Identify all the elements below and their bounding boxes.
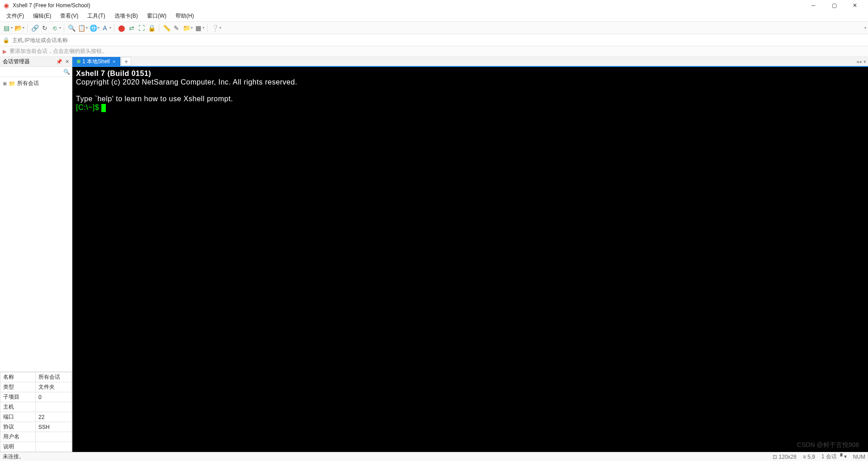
minimize-button[interactable]: ─ — [803, 0, 824, 11]
prop-row: 协议SSH — [0, 422, 72, 432]
terminal-line: Xshell 7 (Build 0151) — [76, 70, 151, 77]
window-title: Xshell 7 (Free for Home/School) — [13, 2, 90, 9]
prop-val: 22 — [36, 412, 72, 422]
workspace: 会话管理器 📌 ✕ 🔍 ▣ 📁 所有会话 名称所有会话 类型文件夹 子项目0 主… — [0, 57, 868, 452]
tab-local-shell[interactable]: 1 本地Shell × — [72, 57, 120, 66]
sidebar-search[interactable]: 🔍 — [0, 67, 72, 77]
session-tree[interactable]: ▣ 📁 所有会话 — [0, 77, 72, 372]
prop-row: 端口22 — [0, 412, 72, 422]
dropdown-icon[interactable]: ▾ — [219, 26, 221, 30]
search-icon[interactable]: 🔍 — [67, 24, 76, 33]
toolbar: ▤▾ 📂▾ 🔗 ↻ ⎋▾ 🔍 📋▾ 🌐▾ A▾ ⬤ ⇄ ⛶ 🔒 📏 ✎ 📁▾ ▦… — [0, 22, 868, 34]
prop-val: 文件夹 — [36, 382, 72, 392]
close-panel-icon[interactable]: ✕ — [65, 59, 69, 65]
reconnect-icon[interactable]: ↻ — [40, 24, 49, 33]
menu-edit[interactable]: 编辑(E) — [29, 11, 55, 21]
separator — [114, 24, 114, 32]
fullscreen-icon[interactable]: ⛶ — [137, 24, 146, 33]
prop-val — [36, 442, 72, 452]
prop-key: 说明 — [0, 442, 36, 452]
menu-help[interactable]: 帮助(H) — [172, 11, 198, 21]
tree-root-label: 所有会话 — [17, 80, 39, 87]
disconnect-icon[interactable]: ⎋ — [50, 24, 59, 33]
session-manager-panel: 会话管理器 📌 ✕ 🔍 ▣ 📁 所有会话 名称所有会话 类型文件夹 子项目0 主… — [0, 57, 72, 452]
tree-root-item[interactable]: ▣ 📁 所有会话 — [3, 79, 69, 88]
lock-icon: 🔒 — [3, 37, 9, 43]
folder-icon: 📁 — [9, 80, 15, 87]
prop-key: 类型 — [0, 382, 36, 392]
menu-tab[interactable]: 选项卡(B) — [111, 11, 142, 21]
globe-icon[interactable]: 🌐 — [89, 24, 98, 33]
menu-file[interactable]: 文件(F) — [3, 11, 28, 21]
prop-key: 子项目 — [0, 392, 36, 402]
maximize-button[interactable]: ▢ — [824, 0, 844, 11]
terminal-line: Copyright (c) 2020 NetSarang Computer, I… — [76, 78, 297, 86]
prop-key: 用户名 — [0, 432, 36, 442]
menu-tools[interactable]: 工具(T) — [84, 11, 109, 21]
link-icon[interactable]: 🔗 — [30, 24, 39, 33]
address-input[interactable] — [12, 37, 865, 43]
swap-icon[interactable]: ⇄ — [127, 24, 136, 33]
tab-next-icon[interactable]: ▸ — [860, 59, 863, 65]
sidebar-header: 会话管理器 📌 ✕ — [0, 57, 72, 67]
tab-close-icon[interactable]: × — [113, 59, 115, 64]
prop-key: 名称 — [0, 372, 36, 382]
dropdown-icon[interactable]: ▾ — [23, 26, 24, 30]
new-session-icon[interactable]: ▤ — [2, 24, 11, 33]
prop-row: 用户名 — [0, 432, 72, 442]
folder-icon[interactable]: 📁 — [182, 24, 191, 33]
prop-val: 所有会话 — [36, 372, 72, 382]
prop-val: SSH — [36, 422, 72, 432]
separator — [64, 24, 64, 32]
toolbar-overflow-icon[interactable]: ▾ — [864, 26, 866, 30]
dropdown-icon[interactable]: ▾ — [109, 26, 111, 30]
terminal-line: Type `help' to learn how to use Xshell p… — [76, 95, 233, 103]
hint-bar: ▶ 要添加当前会话，点击左侧的箭头按钮。 — [0, 46, 868, 57]
lock-icon[interactable]: 🔒 — [147, 24, 156, 33]
help-icon[interactable]: ❔ — [210, 24, 219, 33]
dropdown-icon[interactable]: ▾ — [203, 26, 204, 30]
dropdown-icon[interactable]: ▾ — [59, 26, 61, 30]
open-session-icon[interactable]: 📂 — [14, 24, 23, 33]
status-caps: NUM — [853, 454, 865, 460]
prop-row: 子项目0 — [0, 392, 72, 402]
prop-key: 端口 — [0, 412, 36, 422]
copy-icon[interactable]: 📋 — [77, 24, 86, 33]
app-icon: ◉ — [3, 2, 10, 9]
dropdown-icon[interactable]: ▾ — [86, 26, 88, 30]
tab-label: 1 本地Shell — [82, 58, 110, 66]
separator — [27, 24, 28, 32]
close-button[interactable]: ✕ — [844, 0, 865, 11]
address-bar[interactable]: 🔒 — [0, 34, 868, 46]
expand-icon[interactable]: ▣ — [3, 81, 7, 86]
record-icon[interactable]: ⬤ — [117, 24, 126, 33]
menu-view[interactable]: 查看(V) — [57, 11, 82, 21]
dropdown-icon[interactable]: ▾ — [11, 26, 13, 30]
prop-row: 类型文件夹 — [0, 382, 72, 392]
ruler-icon[interactable]: 📏 — [162, 24, 171, 33]
terminal[interactable]: Xshell 7 (Build 0151) Copyright (c) 2020… — [72, 67, 868, 452]
layout-icon[interactable]: ▦ — [194, 24, 203, 33]
status-session-count: 1 会话 ▝ ▾ — [821, 453, 847, 461]
pin-icon[interactable]: 📌 — [56, 59, 62, 65]
dropdown-icon[interactable]: ▾ — [98, 26, 100, 30]
tab-prev-icon[interactable]: ◂ — [856, 59, 859, 65]
font-icon[interactable]: A — [100, 24, 109, 33]
flag-icon: ▶ — [3, 48, 7, 55]
sidebar-title: 会话管理器 — [3, 58, 30, 66]
status-term-size: ⊡ 120x28 — [773, 454, 797, 460]
highlight-icon[interactable]: ✎ — [172, 24, 181, 33]
new-tab-button[interactable]: + — [121, 57, 131, 66]
terminal-prompt: [C:\~]$ — [76, 103, 101, 111]
tab-list-icon[interactable]: ▾ — [863, 59, 866, 65]
menubar: 文件(F) 编辑(E) 查看(V) 工具(T) 选项卡(B) 窗口(W) 帮助(… — [0, 11, 868, 22]
content-area: 1 本地Shell × + ◂ ▸ ▾ Xshell 7 (Build 0151… — [72, 57, 868, 452]
tab-strip: 1 本地Shell × + ◂ ▸ ▾ — [72, 57, 868, 67]
dropdown-icon[interactable]: ▾ — [191, 26, 193, 30]
prop-row: 说明 — [0, 442, 72, 452]
menu-window[interactable]: 窗口(W) — [143, 11, 170, 21]
prop-key: 协议 — [0, 422, 36, 432]
hint-text: 要添加当前会话，点击左侧的箭头按钮。 — [9, 47, 107, 55]
prop-key: 主机 — [0, 402, 36, 412]
status-bar: 未连接。 ⊡ 120x28 ≡ 5,9 1 会话 ▝ ▾ NUM — [0, 452, 868, 461]
